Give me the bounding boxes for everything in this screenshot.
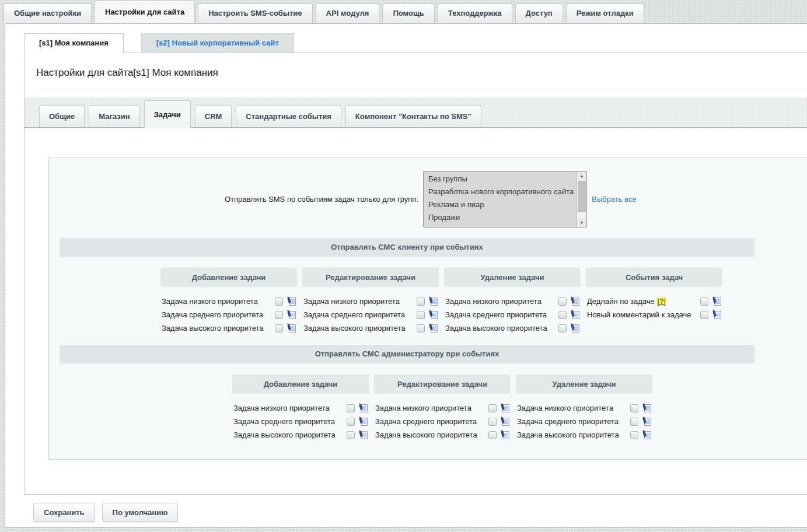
event-row: Задача низкого приоритета — [160, 295, 297, 308]
edit-template-icon[interactable] — [642, 430, 652, 440]
scroll-up-icon[interactable]: ▲ — [577, 172, 586, 180]
event-label: Новый комментарий к задаче — [587, 310, 697, 319]
scroll-down-icon[interactable]: ▼ — [577, 218, 586, 227]
edit-template-icon[interactable] — [570, 310, 580, 320]
group-filter-label: Отправлять SMS по событиям задач только … — [49, 195, 423, 204]
tab-support[interactable]: Техподдержка — [438, 4, 512, 23]
admin-col-delete: Удаление задачи Задача низкого приоритет… — [516, 374, 652, 442]
sms-enable-checkbox[interactable] — [630, 431, 638, 439]
event-label: Задача среднего приоритета — [517, 417, 627, 426]
task-groups-select[interactable]: Без группы Разработка нового корпоративн… — [423, 171, 587, 228]
tab-shop[interactable]: Магазин — [89, 105, 139, 127]
event-row: Задача высокого приоритета — [160, 321, 297, 335]
sms-enable-checkbox[interactable] — [275, 311, 283, 319]
edit-template-icon[interactable] — [287, 310, 296, 320]
select-option-pr[interactable]: Реклама и пиар — [424, 198, 577, 211]
event-row: Задача среднего приоритета — [516, 415, 652, 428]
edit-template-icon[interactable] — [500, 430, 510, 440]
tab-site-settings[interactable]: Настройки для сайта — [95, 1, 195, 23]
select-scrollbar[interactable]: ▲ ▼ — [577, 172, 586, 227]
site-tab-s2[interactable]: [s2] Новый корпоративный сайт — [141, 33, 294, 53]
select-option-new-site[interactable]: Разработка нового корпоративного сайта — [424, 186, 577, 198]
event-row: Задача низкого приоритета — [302, 295, 439, 308]
tab-common[interactable]: Общие — [39, 105, 85, 127]
sms-enable-checkbox[interactable] — [558, 298, 567, 306]
edit-template-icon[interactable] — [358, 403, 368, 413]
column-header: Удаление задачи — [444, 268, 581, 287]
event-row: Задача высокого приоритета — [444, 321, 581, 335]
help-tooltip-link[interactable]: [?] — [656, 297, 666, 306]
footer-buttons: Сохранить По умолчанию — [33, 503, 807, 522]
event-label: Задача среднего приоритета — [233, 417, 343, 426]
column-header: Удаление задачи — [516, 374, 652, 394]
sms-enable-checkbox[interactable] — [488, 418, 497, 426]
edit-template-icon[interactable] — [642, 403, 652, 413]
edit-template-icon[interactable] — [712, 296, 722, 306]
sms-enable-checkbox[interactable] — [417, 311, 425, 319]
event-label: Задача низкого приоритета — [233, 404, 343, 412]
edit-template-icon[interactable] — [570, 323, 580, 333]
event-label: Задача высокого приоритета — [517, 430, 627, 439]
client-columns: Добавление задачи Задача низкого приорит… — [160, 268, 807, 335]
tab-access[interactable]: Доступ — [515, 4, 563, 23]
edit-template-icon[interactable] — [500, 403, 510, 413]
client-col-task-events: События задач Дедлайн по задаче [?] Новы… — [586, 268, 722, 335]
default-button[interactable]: По умолчанию — [102, 503, 179, 522]
site-tab-s1[interactable]: [s1] Моя компания — [24, 33, 124, 53]
event-row: Задача среднего приоритета — [160, 308, 297, 321]
tab-sms-event[interactable]: Настроить SMS-событие — [198, 4, 312, 23]
sms-enable-checkbox[interactable] — [558, 311, 567, 319]
event-label: Задача низкого приоритета — [375, 404, 485, 412]
edit-template-icon[interactable] — [712, 310, 722, 320]
tab-standard-events[interactable]: Стандартные события — [236, 105, 341, 127]
edit-template-icon[interactable] — [500, 416, 510, 426]
tab-sms-contacts-component[interactable]: Компонент "Контакты по SMS" — [345, 105, 481, 127]
sms-enable-checkbox[interactable] — [417, 298, 425, 306]
sms-enable-checkbox[interactable] — [700, 298, 708, 306]
event-row: Новый комментарий к задаче — [586, 308, 722, 321]
edit-template-icon[interactable] — [287, 323, 296, 333]
sms-enable-checkbox[interactable] — [488, 404, 497, 412]
select-options: Без группы Разработка нового корпоративн… — [424, 173, 577, 224]
edit-template-icon[interactable] — [428, 296, 438, 306]
event-label: Задача низкого приоритета — [162, 297, 271, 306]
event-row: Дедлайн по задаче [?] — [586, 295, 722, 308]
sms-enable-checkbox[interactable] — [700, 311, 708, 319]
edit-template-icon[interactable] — [428, 323, 438, 333]
event-label: Задача высокого приоритета — [233, 430, 343, 439]
tab-tasks[interactable]: Задачи — [144, 100, 191, 128]
settings-tab-strip: Общие Магазин Задачи CRM Стандартные соб… — [25, 97, 807, 128]
select-option-sales[interactable]: Продажи — [424, 211, 577, 224]
edit-template-icon[interactable] — [287, 296, 296, 306]
event-row: Задача среднего приоритета — [232, 415, 369, 428]
tab-crm[interactable]: CRM — [195, 105, 232, 127]
sms-enable-checkbox[interactable] — [275, 324, 283, 332]
sms-enable-checkbox[interactable] — [347, 418, 355, 426]
admin-col-add: Добавление задачи Задача низкого приорит… — [232, 374, 369, 442]
sms-enable-checkbox[interactable] — [347, 431, 355, 439]
sms-enable-checkbox[interactable] — [558, 324, 567, 332]
column-header: Добавление задачи — [232, 374, 369, 394]
edit-template-icon[interactable] — [358, 416, 368, 426]
title-separator — [36, 89, 807, 89]
select-all-link[interactable]: Выбрать все — [592, 195, 636, 204]
sms-enable-checkbox[interactable] — [417, 324, 425, 332]
tab-general-settings[interactable]: Общие настройки — [4, 4, 92, 23]
edit-template-icon[interactable] — [358, 430, 368, 440]
tasks-settings-area: Отправлять SMS по событиям задач только … — [48, 158, 807, 460]
save-button[interactable]: Сохранить — [33, 503, 95, 522]
sms-enable-checkbox[interactable] — [488, 431, 497, 439]
event-row: Задача среднего приоритета — [302, 308, 439, 321]
scroll-thumb[interactable] — [578, 181, 586, 212]
tab-debug-mode[interactable]: Режим отладки — [566, 4, 644, 23]
edit-template-icon[interactable] — [428, 310, 438, 320]
sms-enable-checkbox[interactable] — [347, 404, 355, 412]
edit-template-icon[interactable] — [642, 416, 652, 426]
edit-template-icon[interactable] — [570, 296, 580, 306]
select-option-no-group[interactable]: Без группы — [424, 173, 577, 186]
tab-module-api[interactable]: API модуля — [316, 4, 380, 23]
sms-enable-checkbox[interactable] — [630, 404, 638, 412]
sms-enable-checkbox[interactable] — [630, 418, 638, 426]
tab-help[interactable]: Помощь — [382, 4, 434, 23]
sms-enable-checkbox[interactable] — [275, 298, 283, 306]
